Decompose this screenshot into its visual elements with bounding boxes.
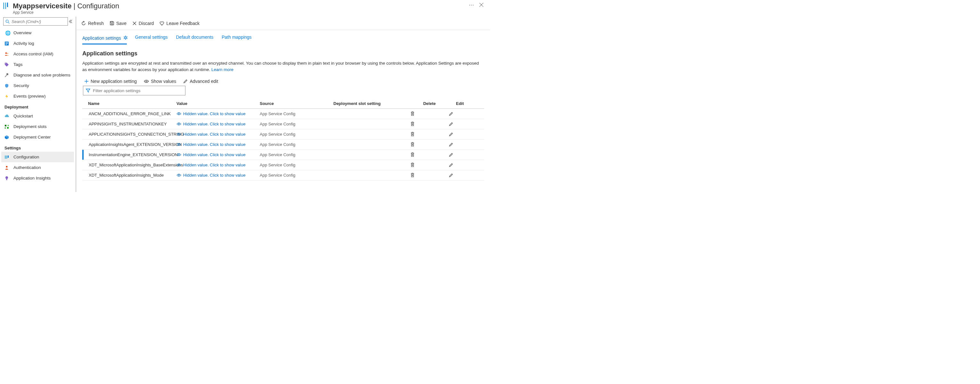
sidebar-search[interactable] [3,17,68,25]
delete-button[interactable] [410,163,449,167]
sidebar: 🌐 Overview Activity log Access control (… [0,17,75,192]
delete-button[interactable] [410,142,449,147]
advanced-edit-button[interactable]: Advanced edit [183,79,218,84]
edit-button[interactable] [449,132,471,136]
svg-point-11 [5,63,6,64]
sidebar-item-label: Access control (IAM) [13,52,54,56]
close-icon[interactable] [477,2,485,8]
sidebar-item-deployment-center[interactable]: Deployment Center [1,132,74,143]
show-values-button[interactable]: Show values [144,79,176,84]
sidebar-item-configuration[interactable]: Configuration [1,152,74,162]
section-heading: Application settings [82,50,484,57]
edit-button[interactable] [449,143,471,147]
bolt-icon [5,94,11,98]
cell-value[interactable]: Hidden value. Click to show value [177,173,260,178]
col-header-delete: Delete [410,101,449,106]
refresh-button[interactable]: Refresh [81,21,104,26]
edit-button[interactable] [449,163,471,167]
sidebar-item-events[interactable]: Events (preview) [1,91,74,102]
page-title: Myappservicesite | Configuration [13,2,466,10]
cloud-icon [5,114,11,118]
table-row: XDT_MicrosoftApplicationInsights_ModeHid… [82,170,484,181]
sidebar-section-settings: Settings [1,143,74,152]
cell-source: App Service Config [260,173,333,178]
save-label: Save [116,21,127,26]
auth-icon [5,165,11,170]
sidebar-item-security[interactable]: Security [1,80,74,91]
filter-settings[interactable] [83,86,185,95]
tab-path-mappings[interactable]: Path mappings [222,35,251,44]
box-icon [5,135,11,140]
edit-button[interactable] [449,152,471,157]
search-icon [5,19,10,24]
svg-point-27 [178,154,180,156]
main: Refresh Save Discard Leave Feedback [75,17,490,192]
svg-rect-1 [5,3,6,9]
edit-button[interactable] [449,122,471,126]
svg-rect-19 [6,179,7,180]
sidebar-item-deployment-slots[interactable]: Deployment slots [1,121,74,132]
cell-source: App Service Config [260,152,333,157]
trash-icon [410,132,449,136]
sidebar-item-activity-log[interactable]: Activity log [1,38,74,49]
cell-name: InstrumentationEngine_EXTENSION_VERSION [84,152,177,157]
cell-source: App Service Config [260,111,333,116]
table-row: APPINSIGHTS_INSTRUMENTATIONKEYHidden val… [82,119,484,129]
cell-source: App Service Config [260,163,333,167]
hidden-value-text: Hidden value. Click to show value [183,122,245,126]
svg-point-22 [146,81,147,82]
svg-rect-0 [3,3,4,9]
collapse-sidebar-icon[interactable] [68,19,72,24]
eye-icon [177,153,181,157]
col-header-slot: Deployment slot setting [333,101,410,106]
eye-icon [177,112,181,116]
sidebar-item-authentication[interactable]: Authentication [1,162,74,173]
col-header-value: Value [177,101,260,106]
cell-value[interactable]: Hidden value. Click to show value [177,111,260,116]
cell-value[interactable]: Hidden value. Click to show value [177,152,260,157]
cell-value[interactable]: Hidden value. Click to show value [177,132,260,136]
sidebar-item-application-insights[interactable]: Application Insights [1,173,74,183]
svg-rect-21 [111,24,113,25]
sidebar-search-input[interactable] [11,19,66,24]
discard-button[interactable]: Discard [132,21,154,26]
refresh-label: Refresh [88,21,104,26]
delete-button[interactable] [410,132,449,136]
tab-label: Application settings [82,35,121,41]
cell-value[interactable]: Hidden value. Click to show value [177,122,260,126]
delete-button[interactable] [410,152,449,157]
sidebar-item-label: Configuration [13,155,39,159]
trash-icon [410,173,449,178]
tab-application-settings[interactable]: Application settings ✲ [82,35,127,44]
svg-line-4 [8,22,9,23]
sidebar-item-diagnose[interactable]: Diagnose and solve problems [1,70,74,80]
svg-rect-13 [7,127,9,129]
filter-input[interactable] [93,88,183,93]
pencil-icon [183,79,188,84]
sidebar-item-tags[interactable]: Tags [1,59,74,70]
feedback-button[interactable]: Leave Feedback [159,21,199,26]
edit-button[interactable] [449,112,471,116]
hidden-value-text: Hidden value. Click to show value [183,111,245,116]
tab-default-documents[interactable]: Default documents [176,35,213,44]
delete-button[interactable] [410,111,449,116]
edit-button[interactable] [449,173,471,178]
sidebar-item-overview[interactable]: 🌐 Overview [1,27,74,38]
hidden-value-text: Hidden value. Click to show value [183,163,245,167]
save-button[interactable]: Save [110,21,127,26]
col-header-edit: Edit [449,101,471,106]
delete-button[interactable] [410,173,449,178]
sidebar-item-access-control[interactable]: Access control (IAM) [1,49,74,59]
eye-icon [177,122,181,126]
title-block: Myappservicesite | Configuration App Ser… [13,2,466,15]
learn-more-link[interactable]: Learn more [212,67,234,72]
cell-value[interactable]: Hidden value. Click to show value [177,163,260,167]
sidebar-item-quickstart[interactable]: Quickstart [1,111,74,121]
insights-icon [5,176,11,181]
more-menu-icon[interactable]: ⋯ [466,2,477,8]
log-icon [5,41,11,46]
cell-value[interactable]: Hidden value. Click to show value [177,142,260,147]
delete-button[interactable] [410,122,449,126]
new-setting-button[interactable]: New application setting [84,79,137,84]
tab-general-settings[interactable]: General settings [135,35,168,44]
